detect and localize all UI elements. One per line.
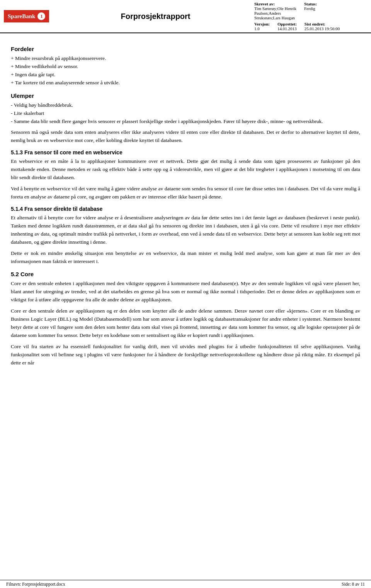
section-52-title: 5.2 Core xyxy=(11,271,360,277)
section-514: 5.1.4 Fra sensor direkte til database Et… xyxy=(11,206,360,266)
main-content: Fordeler + Mindre resursbruk på applikas… xyxy=(0,33,371,580)
sensor-para: Sensoren må også sende data som enten an… xyxy=(11,128,360,145)
meta-row-2: Versjon: 1.0 Opprettet: 14.01.2013 Sist … xyxy=(254,22,368,31)
document-title: Forprosjektrapport xyxy=(60,0,251,32)
top-header: SpareBank 1 Forprosjektrapport Skrevet a… xyxy=(0,0,371,33)
ulemper-title: Ulemper xyxy=(11,92,360,99)
fordeler-item-4: + Tar kortere tid enn analayserende sens… xyxy=(11,79,360,87)
ulemper-item-2: - Lite skalerbart xyxy=(11,109,360,118)
fordeler-item-2: + Mindre vedlikehold av sensor. xyxy=(11,63,360,71)
footer-filename-label: Filnavn: xyxy=(6,582,21,586)
section-513-title: 5.1.3 Fra sensor til core med en webserv… xyxy=(11,149,360,156)
skrevet-av-val: Tim Sæterøy;Ole Henrik xyxy=(254,6,296,11)
footer-filename-val: Forprosjektrapport.docx xyxy=(22,582,65,586)
fordeler-item-3: + Ingen data går tapt. xyxy=(11,71,360,79)
section-513-para1: En webservice er en måte å la to applika… xyxy=(11,157,360,182)
section-514-title: 5.1.4 Fra sensor direkte til database xyxy=(11,206,360,212)
footer-page: Side: 8 av 11 xyxy=(342,582,365,586)
ulemper-item-3: - Samme data blir sendt flere ganger hvi… xyxy=(11,118,360,126)
page: SpareBank 1 Forprosjektrapport Skrevet a… xyxy=(0,0,371,588)
logo-area: SpareBank 1 xyxy=(0,0,60,32)
logo-text: SpareBank xyxy=(8,13,35,20)
section-52-para1: Core er den sentrale enheten i applikasj… xyxy=(11,280,360,304)
logo-number: 1 xyxy=(37,12,45,20)
fordeler-title: Fordeler xyxy=(11,46,360,52)
section-513: 5.1.3 Fra sensor til core med en webserv… xyxy=(11,149,360,201)
section-514-para1: Et alternativ til å benytte core for vid… xyxy=(11,214,360,246)
meta-sist-endret: Sist endret: 25.01.2013 19:56:00 xyxy=(305,22,340,31)
skrevet-av-val3: Struksnæs;Lars Haugan xyxy=(254,15,296,20)
footer-filename: Filnavn: Forprosjektrapport.docx xyxy=(6,582,65,586)
meta-status: Status: Ferdig xyxy=(304,2,317,20)
sparebank-logo: SpareBank 1 xyxy=(4,10,49,22)
meta-skrevet: Skrevet av: Tim Sæterøy;Ole Henrik Pauls… xyxy=(254,2,296,20)
page-footer: Filnavn: Forprosjektrapport.docx Side: 8… xyxy=(0,580,371,588)
meta-row-1: Skrevet av: Tim Sæterøy;Ole Henrik Pauls… xyxy=(254,2,368,20)
header-meta: Skrevet av: Tim Sæterøy;Ole Henrik Pauls… xyxy=(251,0,371,32)
fordeler-section: Fordeler + Mindre resursbruk på applikas… xyxy=(11,46,360,87)
section-52: 5.2 Core Core er den sentrale enheten i … xyxy=(11,271,360,367)
ulemper-section: Ulemper - Veldig høy båndbreddebruk. - L… xyxy=(11,92,360,126)
meta-opprettet: Opprettet: 14.01.2013 xyxy=(277,22,297,31)
fordeler-item-1: + Mindre resursbruk på applikasjonsserev… xyxy=(11,55,360,63)
section-52-para3: Core vil fra starten av ha essensiell fu… xyxy=(11,343,360,367)
section-52-para2: Core er den sentrale delen av applikasjo… xyxy=(11,307,360,340)
section-514-para2: Dette er nok en mindre ønskelig situasjo… xyxy=(11,250,360,266)
section-513-para2: Ved å benytte en webservice vil det være… xyxy=(11,185,360,201)
ulemper-item-1: - Veldig høy båndbreddebruk. xyxy=(11,101,360,109)
skrevet-av-val2: Paulsen;Anders xyxy=(254,11,296,15)
meta-versjon: Versjon: 1.0 xyxy=(254,22,270,31)
